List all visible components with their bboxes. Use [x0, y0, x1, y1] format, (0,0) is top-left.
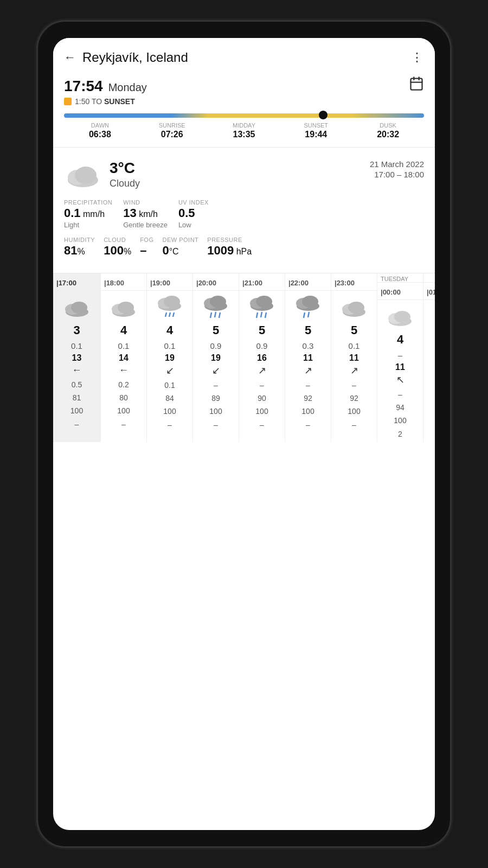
hour-precip-2300: 0.1 — [349, 340, 360, 352]
hour-temp-2200: 5 — [305, 321, 311, 340]
time-section: 17:54 Monday 1:50 TO SUNSET — [53, 71, 435, 106]
day-label-sunrise: SUNRISE 07:26 — [136, 122, 208, 139]
weather-cloud-icon — [64, 161, 102, 188]
stat-label-precip: PRECIPITATION — [64, 199, 112, 206]
day-label-sunset: SUNSET 19:44 — [280, 122, 352, 139]
svg-line-16 — [165, 312, 166, 317]
hour-precip-2200: 0.3 — [303, 340, 314, 352]
stat-value-pressure: 1009 hPa — [207, 244, 252, 258]
day-bar-track — [64, 113, 424, 118]
hour-icon-1700 — [63, 291, 91, 321]
hourly-table: |17:00 3 0.1 13 ← 0.5 81 — [53, 273, 435, 442]
stat-value-precip: 0.1 mm/h — [64, 206, 112, 220]
hour-wind-2200: 11 — [303, 352, 313, 364]
stat-sub-uv: Low — [178, 221, 209, 229]
hour-temp-1800: 4 — [120, 321, 127, 340]
stat-sub-wind: Gentle breeze — [123, 221, 168, 229]
calendar-icon[interactable] — [409, 76, 424, 95]
stat-pressure: PRESSURE 1009 hPa — [207, 237, 252, 258]
weather-info: 3°C Cloudy — [110, 159, 140, 189]
hour-icon-2200 — [294, 291, 322, 321]
stat-label-cloud: CLOUD — [104, 237, 131, 243]
hour-misc-0100: – 94 100 20 — [423, 386, 435, 442]
svg-point-33 — [302, 296, 318, 308]
hour-icon-1900 — [156, 291, 184, 321]
hour-col-2000: |20:00 5 0.9 19 ↙ — [193, 273, 239, 442]
day-label-midday: MIDDAY 13:35 — [208, 122, 280, 139]
stat-value-fog: – — [140, 244, 153, 258]
hour-precip-1800: 0.1 — [118, 340, 130, 352]
hour-precip-1900: 0.1 — [164, 340, 176, 352]
hour-temp-0000: 4 — [397, 330, 403, 349]
hour-temp-2300: 5 — [351, 321, 357, 340]
hour-wind-0000: 11 — [395, 361, 405, 373]
hour-col-2200: |22:00 5 0.3 11 ↗ — [285, 273, 331, 442]
stat-label-fog: FOG — [140, 237, 153, 243]
svg-line-30 — [265, 312, 266, 318]
hour-col-1800: |18:00 4 0.1 14 ← 0.2 80 — [101, 273, 147, 442]
svg-line-34 — [304, 312, 305, 318]
weather-date: 21 March 2022 — [370, 159, 424, 169]
hour-misc-2100: – 90 100 – — [239, 377, 285, 433]
stat-dewpoint: DEW POINT 0°C — [162, 237, 198, 258]
stats-row-2: HUMIDITY 81% CLOUD 100% FOG – DEW POINT … — [64, 237, 424, 258]
weather-desc: Cloudy — [110, 178, 140, 189]
svg-rect-0 — [411, 79, 422, 90]
hour-time-2100: |21:00 — [239, 273, 285, 291]
sunset-info: 1:50 TO SUNSET — [64, 97, 424, 106]
svg-line-28 — [256, 312, 258, 318]
hour-temp-2100: 5 — [259, 321, 265, 340]
back-button[interactable]: ← — [64, 50, 76, 65]
svg-line-23 — [215, 312, 216, 317]
stat-wind: WIND 13 km/h Gentle breeze — [123, 199, 168, 229]
hour-icon-0000 — [386, 300, 414, 330]
hour-time-2300: |23:00 — [331, 273, 377, 291]
day-label-dusk: DUSK 20:32 — [352, 122, 424, 139]
stat-humidity: HUMIDITY 81% — [64, 237, 95, 258]
stat-value-humidity: 81% — [64, 244, 95, 258]
hour-col-0000: TUESDAY |00:00 4 – 11 ↖ – — [377, 273, 423, 442]
svg-line-35 — [308, 312, 309, 317]
hour-misc-1700: 0.5 81 100 – — [53, 376, 100, 432]
hour-winddir-2200: ↗ — [304, 364, 312, 377]
sunset-prefix: 1:50 TO — [75, 97, 102, 106]
hour-precip-2100: 0.9 — [256, 340, 268, 352]
hour-col-1900: |19:00 4 0.1 19 ↙ — [147, 273, 193, 442]
hourly-section[interactable]: |17:00 3 0.1 13 ← 0.5 81 — [53, 273, 435, 830]
current-time: 17:54 — [64, 78, 103, 95]
screen: ← Reykjavík, Iceland ⋮ 17:54 Monday — [53, 38, 435, 830]
stat-label-dewpoint: DEW POINT — [162, 237, 198, 243]
day-bar-container: DAWN 06:38 SUNRISE 07:26 MIDDAY 13:35 SU… — [53, 106, 435, 143]
header: ← Reykjavík, Iceland ⋮ — [53, 38, 435, 71]
svg-line-18 — [173, 312, 174, 317]
hour-wind-2300: 11 — [349, 352, 359, 364]
weather-time-range: 17:00 – 18:00 — [370, 170, 424, 179]
stat-fog: FOG – — [140, 237, 153, 258]
stat-precipitation: PRECIPITATION 0.1 mm/h Light — [64, 199, 112, 229]
city-name: Reykjavík — [82, 50, 139, 65]
more-button[interactable]: ⋮ — [411, 50, 424, 65]
hour-precip-1700: 0.1 — [71, 340, 82, 352]
svg-point-21 — [210, 296, 226, 308]
hour-precip-2000: 0.9 — [210, 340, 222, 352]
svg-line-17 — [169, 312, 170, 317]
hour-misc-1900: 0.1 84 100 – — [147, 377, 192, 433]
hour-icon-2000 — [202, 291, 230, 321]
stat-sub-precip: Light — [64, 221, 112, 229]
hour-temp-2000: 5 — [213, 321, 219, 340]
tuesday-label: TUESDAY — [377, 273, 423, 282]
sunset-dot-icon — [64, 98, 72, 105]
stat-cloud: CLOUD 100% — [104, 237, 131, 258]
hour-time-2200: |22:00 — [285, 273, 331, 291]
hour-wind-1700: 13 — [72, 352, 82, 364]
hour-wind-1800: 14 — [119, 352, 129, 364]
hour-misc-2200: – 92 100 – — [285, 377, 331, 433]
stat-value-dewpoint: 0°C — [162, 244, 198, 258]
weather-card: 3°C Cloudy 21 March 2022 17:00 – 18:00 — [53, 152, 435, 197]
stat-label-humidity: HUMIDITY — [64, 237, 95, 243]
hour-col-1700: |17:00 3 0.1 13 ← 0.5 81 — [53, 273, 101, 442]
phone-frame: ← Reykjavík, Iceland ⋮ 17:54 Monday — [38, 22, 450, 846]
hour-time-1800: |18:00 — [101, 273, 146, 291]
svg-line-29 — [261, 312, 262, 317]
svg-line-24 — [219, 312, 220, 318]
